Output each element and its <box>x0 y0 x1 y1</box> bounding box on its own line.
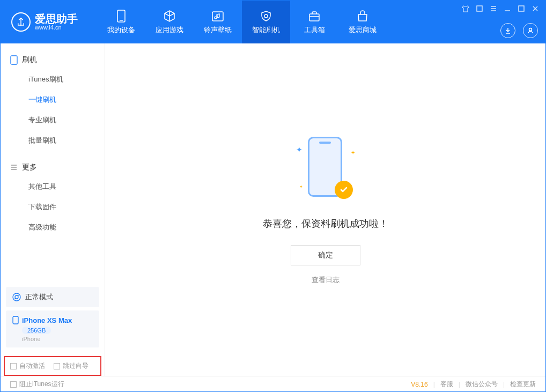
device-type-label: iPhone <box>22 336 93 342</box>
more-icon <box>10 164 18 171</box>
app-url: www.i4.cn <box>35 24 78 31</box>
header-right <box>500 23 538 38</box>
checkbox-icon <box>54 363 60 369</box>
svg-point-8 <box>13 293 20 301</box>
toolbox-icon <box>308 9 321 23</box>
success-message: 恭喜您，保资料刷机成功啦！ <box>263 217 388 230</box>
app-body: 刷机 iTunes刷机 一键刷机 专业刷机 批量刷机 更多 其他工具 下载固件 … <box>1 43 545 376</box>
store-icon <box>356 9 369 23</box>
device-storage-badge: 256GB <box>22 327 51 334</box>
sparkle-icon: ✦ <box>296 145 302 154</box>
sidebar-item-oneclick-flash[interactable]: 一键刷机 <box>1 90 105 110</box>
nav-tab-mydevice[interactable]: 我的设备 <box>97 1 145 43</box>
checkbox-skip-guide[interactable]: 跳过向导 <box>54 361 88 371</box>
shirt-icon[interactable] <box>462 5 469 14</box>
nav-tab-toolbox[interactable]: 工具箱 <box>290 1 338 43</box>
sidebar-item-other-tools[interactable]: 其他工具 <box>1 176 105 197</box>
device-mode-label: 正常模式 <box>25 292 53 302</box>
sidebar-item-pro-flash[interactable]: 专业刷机 <box>1 110 105 130</box>
sidebar-item-advanced[interactable]: 高级功能 <box>1 217 105 238</box>
user-button[interactable] <box>523 23 538 38</box>
footer: 阻止iTunes运行 V8.16 | 客服 | 微信公众号 | 检查更新 <box>1 376 545 392</box>
checkbox-block-itunes[interactable]: 阻止iTunes运行 <box>10 380 64 389</box>
checkbox-icon <box>10 381 17 388</box>
music-folder-icon <box>211 9 224 23</box>
sidebar-section-more: 更多 <box>1 158 105 176</box>
list-icon[interactable] <box>490 5 497 14</box>
view-log-link[interactable]: 查看日志 <box>312 275 340 285</box>
nav-tab-ringtones[interactable]: 铃声壁纸 <box>194 1 242 43</box>
sidebar-item-batch-flash[interactable]: 批量刷机 <box>1 130 105 151</box>
sidebar-item-itunes-flash[interactable]: iTunes刷机 <box>1 69 105 90</box>
refresh-shield-icon <box>260 9 272 23</box>
device-name-label: iPhone XS Max <box>22 316 72 324</box>
sparkle-icon: ✦ <box>299 184 303 189</box>
nav-tab-flash[interactable]: 智能刷机 <box>242 1 290 43</box>
svg-rect-5 <box>519 6 524 11</box>
checkbox-auto-activate[interactable]: 自动激活 <box>10 361 45 371</box>
app-name: 爱思助手 <box>35 13 78 24</box>
minimize-icon[interactable] <box>504 5 511 14</box>
nav-tab-apps[interactable]: 应用游戏 <box>145 1 194 43</box>
options-highlighted-box: 自动激活 跳过向导 <box>4 356 101 376</box>
success-illustration: ✦ ✦ ✦ <box>296 135 355 204</box>
svg-rect-7 <box>11 56 17 64</box>
maximize-icon[interactable] <box>518 5 525 14</box>
phone-icon <box>10 55 18 65</box>
device-info-row[interactable]: iPhone XS Max 256GB iPhone <box>6 310 99 347</box>
sidebar: 刷机 iTunes刷机 一键刷机 专业刷机 批量刷机 更多 其他工具 下载固件 … <box>1 43 105 376</box>
device-icon <box>116 9 126 23</box>
svg-rect-3 <box>309 14 319 21</box>
check-badge-icon <box>335 181 353 199</box>
version-label: V8.16 <box>411 381 427 388</box>
device-mode-row[interactable]: 正常模式 <box>6 287 99 307</box>
app-header: 爱思助手 www.i4.cn 我的设备 应用游戏 铃声壁纸 智能刷机 工具箱 爱… <box>1 1 545 43</box>
sparkle-icon: ✦ <box>351 150 355 156</box>
svg-point-6 <box>529 28 532 31</box>
sidebar-item-download-firmware[interactable]: 下载固件 <box>1 197 105 217</box>
cube-icon <box>163 9 176 23</box>
main-content: ✦ ✦ ✦ 恭喜您，保资料刷机成功啦！ 确定 查看日志 <box>105 43 545 376</box>
phone-small-icon <box>12 316 19 324</box>
checkbox-icon <box>10 363 17 369</box>
support-link[interactable]: 客服 <box>440 380 453 389</box>
close-icon[interactable] <box>532 5 539 14</box>
svg-rect-1 <box>120 20 123 21</box>
menu-icon[interactable] <box>476 5 483 14</box>
svg-rect-9 <box>13 316 18 324</box>
app-logo-icon <box>11 12 31 32</box>
check-update-link[interactable]: 检查更新 <box>510 380 536 389</box>
ok-button[interactable]: 确定 <box>291 245 360 265</box>
window-controls <box>462 5 539 14</box>
download-button[interactable] <box>500 23 515 38</box>
nav-tabs: 我的设备 应用游戏 铃声壁纸 智能刷机 工具箱 爱思商城 <box>97 1 387 43</box>
sidebar-section-flash: 刷机 <box>1 51 105 69</box>
nav-tab-store[interactable]: 爱思商城 <box>338 1 387 43</box>
svg-rect-2 <box>212 12 223 21</box>
sync-icon <box>12 293 21 301</box>
svg-rect-4 <box>477 6 482 11</box>
device-panel: 正常模式 iPhone XS Max 256GB iPhone <box>6 287 99 347</box>
logo-area: 爱思助手 www.i4.cn <box>1 1 97 43</box>
wechat-link[interactable]: 微信公众号 <box>466 380 498 389</box>
